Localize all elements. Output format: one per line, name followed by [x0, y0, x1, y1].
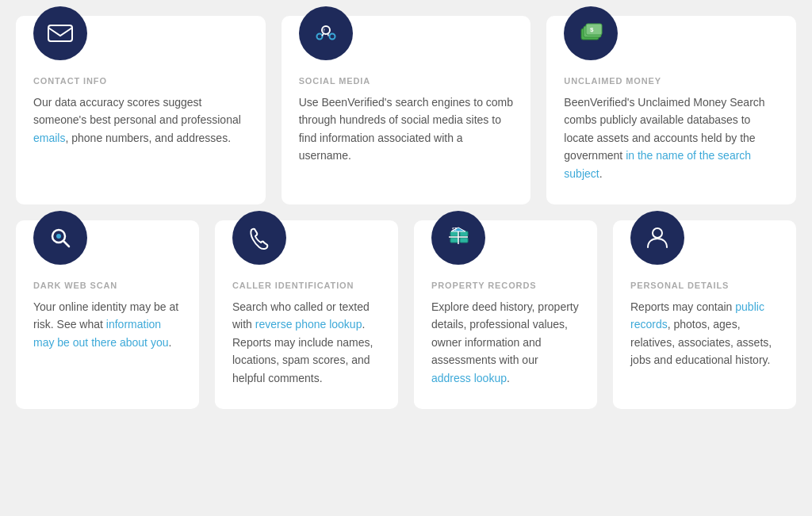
dark-web-body: DARK WEB SCANYour online identity may be…: [33, 281, 182, 351]
caller-id-category: CALLER IDENTIFICATION: [232, 281, 381, 290]
contact-info-icon-wrap: [33, 6, 87, 60]
feature-grid: CONTACT INFOOur data accuracy scores sug…: [16, 16, 796, 409]
card-dark-web: DARK WEB SCANYour online identity may be…: [16, 220, 199, 409]
caller-id-text: Search who called or texted with reverse…: [232, 298, 381, 387]
dark-web-icon-wrap: [33, 211, 87, 265]
property-records-category: PROPERTY RECORDS: [431, 281, 580, 290]
svg-text:ST: ST: [452, 227, 457, 231]
dark-web-category: DARK WEB SCAN: [33, 281, 182, 290]
personal-details-body: PERSONAL DETAILSReports may contain publ…: [630, 281, 779, 369]
contact-info-link[interactable]: emails: [33, 132, 65, 144]
svg-rect-15: [460, 238, 468, 243]
social-media-category: SOCIAL MEDIA: [299, 76, 514, 86]
personal-details-text: Reports may contain public records, phot…: [630, 298, 779, 369]
svg-rect-14: [450, 238, 458, 243]
contact-info-text: Our data accuracy scores suggest someone…: [33, 94, 248, 147]
svg-text:$: $: [590, 26, 594, 33]
unclaimed-money-icon-wrap: $: [564, 6, 618, 60]
caller-id-body: CALLER IDENTIFICATIONSearch who called o…: [232, 281, 381, 387]
card-social-media: f SOCIAL MEDIAUse BeenVerified's search …: [282, 16, 531, 204]
card-contact-info: CONTACT INFOOur data accuracy scores sug…: [16, 16, 266, 204]
row-1: CONTACT INFOOur data accuracy scores sug…: [16, 16, 796, 204]
property-records-icon-wrap: ST: [431, 211, 485, 265]
svg-line-11: [63, 241, 69, 247]
contact-info-category: CONTACT INFO: [33, 76, 248, 86]
personal-details-icon-wrap: [630, 211, 684, 265]
svg-point-3: [329, 34, 335, 40]
svg-point-10: [56, 234, 61, 239]
personal-details-category: PERSONAL DETAILS: [630, 281, 779, 290]
property-records-link[interactable]: address lookup: [431, 372, 507, 384]
unclaimed-money-category: UNCLAIMED MONEY: [564, 76, 779, 86]
unclaimed-money-text: BeenVerified's Unclaimed Money Search co…: [564, 94, 779, 182]
unclaimed-money-link[interactable]: in the name of the search subject: [564, 149, 751, 179]
svg-rect-12: [450, 231, 458, 236]
svg-rect-0: [48, 25, 72, 41]
social-media-body: SOCIAL MEDIAUse BeenVerified's search en…: [299, 76, 514, 165]
social-media-icon-wrap: f: [299, 6, 353, 60]
dark-web-link[interactable]: information may be out there about you: [33, 318, 168, 348]
property-records-body: PROPERTY RECORDSExplore deed history, pr…: [431, 281, 580, 387]
svg-point-21: [653, 228, 662, 238]
contact-info-body: CONTACT INFOOur data accuracy scores sug…: [33, 76, 248, 147]
row-2: DARK WEB SCANYour online identity may be…: [16, 220, 796, 409]
card-caller-id: CALLER IDENTIFICATIONSearch who called o…: [215, 220, 398, 409]
unclaimed-money-body: UNCLAIMED MONEYBeenVerified's Unclaimed …: [564, 76, 779, 182]
social-media-text: Use BeenVerified's search engines to com…: [299, 94, 514, 165]
svg-point-2: [316, 34, 322, 40]
svg-rect-7: [586, 24, 602, 35]
caller-id-link[interactable]: reverse phone lookup: [255, 318, 362, 331]
svg-text:f: f: [324, 28, 325, 32]
property-records-text: Explore deed history, property details, …: [431, 298, 580, 387]
dark-web-text: Your online identity may be at risk. See…: [33, 298, 182, 351]
card-property-records: ST PROPERTY RECORDSExplore deed history,…: [414, 220, 597, 409]
caller-id-icon-wrap: [232, 211, 286, 265]
card-unclaimed-money: $ UNCLAIMED MONEYBeenVerified's Unclaime…: [546, 16, 796, 204]
svg-rect-13: [460, 231, 468, 236]
card-personal-details: PERSONAL DETAILSReports may contain publ…: [613, 220, 796, 409]
personal-details-link[interactable]: public records: [630, 300, 764, 331]
